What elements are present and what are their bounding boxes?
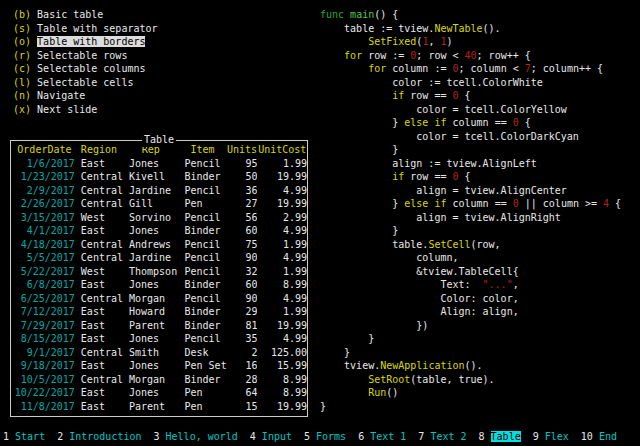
table-cell: 32 [227, 265, 258, 279]
table-row: 7/12/2017EastHowardBinder291.99 [14, 305, 307, 319]
menu-item-shortcut: (c) [13, 63, 31, 74]
orders-table: OrderDateRegionRepItemUnitsUnitCost 1/6/… [14, 143, 307, 413]
table-cell: Pencil [179, 292, 227, 306]
code-token: else [404, 198, 428, 209]
statusbar-item[interactable]: 8 Table [479, 431, 521, 442]
table-cell: Morgan [123, 292, 179, 306]
statusbar-item[interactable]: 3 Hello, world [153, 431, 237, 442]
code-line: align = tview.AlignCenter [320, 184, 621, 198]
statusbar-item[interactable]: 7 Text 2 [418, 431, 466, 442]
menu-item-label: Table with borders [37, 36, 145, 47]
table-cell: West [75, 265, 123, 279]
code-token: row == [404, 90, 452, 101]
table-cell: 36 [227, 184, 258, 198]
statusbar-item[interactable]: 6 Text 1 [358, 431, 406, 442]
statusbar-item[interactable]: 10 End [581, 431, 617, 442]
code-token: NewTable [434, 23, 482, 34]
code-line: SetFixed(1, 1) [320, 35, 621, 49]
table-cell: West [75, 211, 123, 225]
table-row: 4/18/2017CentralAndrewsPencil751.99 [14, 238, 307, 252]
statusbar-item[interactable]: 4 Input [250, 431, 292, 442]
code-token: column, [320, 252, 458, 263]
table-cell: East [75, 386, 123, 400]
table-cell: Pencil [179, 211, 227, 225]
table-cell: East [75, 278, 123, 292]
menu-item[interactable]: (s) Table with separator [13, 22, 158, 36]
statusbar-item-number: 6 [358, 431, 364, 442]
table-cell: Jones [123, 224, 179, 238]
code-line: Color: color, [320, 292, 621, 306]
code-token: } [320, 333, 374, 344]
table-cell: 27 [227, 197, 258, 211]
statusbar-item[interactable]: 9 Flex [533, 431, 569, 442]
menu-item[interactable]: (b) Basic table [13, 8, 158, 22]
code-line: color = tcell.ColorDarkCyan [320, 130, 621, 144]
menu-item[interactable]: (n) Navigate [13, 89, 158, 103]
code-token: || column >= [519, 198, 603, 209]
table-cell: 56 [227, 211, 258, 225]
code-line: } [320, 400, 621, 414]
table-cell: East [75, 359, 123, 373]
table-cell: Pencil [179, 332, 227, 346]
table-cell: 8.99 [257, 386, 307, 400]
table-cell: 60 [227, 278, 258, 292]
statusbar-item-number: 4 [250, 431, 256, 442]
table-cell: 75 [227, 238, 258, 252]
table-cell: 6/25/2017 [14, 292, 75, 306]
code-token: main [350, 9, 374, 20]
table-cell: 19.99 [257, 400, 307, 414]
code-line: } else if column == 0 { [320, 116, 621, 130]
code-token: if [392, 90, 404, 101]
table-cell: 4/18/2017 [14, 238, 75, 252]
table-cell: Sorvino [123, 211, 179, 225]
statusbar-item-number: 5 [304, 431, 310, 442]
code-token: { [459, 171, 471, 182]
statusbar-item[interactable]: 5 Forms [304, 431, 346, 442]
table-cell: 8.99 [257, 278, 307, 292]
statusbar-item-label: Flex [545, 431, 569, 442]
table-row: 2/26/2017CentralGillPen2719.99 [14, 197, 307, 211]
table-cell: 1/6/2017 [14, 157, 75, 171]
table-row: 1/6/2017EastJonesPencil951.99 [14, 157, 307, 171]
code-line: align = tview.AlignRight [320, 211, 621, 225]
table-row: 5/5/2017CentralJardinePencil904.99 [14, 251, 307, 265]
code-line: color := tcell.ColorWhite [320, 76, 621, 90]
table-cell: Gill [123, 197, 179, 211]
code-token: color := tcell.ColorWhite [320, 77, 543, 88]
table-panel: Table OrderDateRegionRepItemUnitsUnitCos… [10, 140, 308, 417]
code-token: for [344, 50, 362, 61]
table-cell: 90 [227, 292, 258, 306]
table-cell: 7/12/2017 [14, 305, 75, 319]
code-line: tview.NewApplication(). [320, 359, 621, 373]
table-cell: Parent [123, 319, 179, 333]
table-cell: Pencil [179, 238, 227, 252]
code-token [320, 63, 368, 74]
menu-item[interactable]: (r) Selectable rows [13, 49, 158, 63]
menu-item[interactable]: (o) Table with borders [13, 35, 158, 49]
code-token: } [320, 117, 404, 128]
table-cell: Binder [179, 170, 227, 184]
menu-item[interactable]: (c) Selectable columns [13, 62, 158, 76]
table-row: 10/22/2017EastJonesPen648.99 [14, 386, 307, 400]
menu-item[interactable]: (x) Next slide [13, 103, 158, 117]
menu-item[interactable]: (l) Selectable cells [13, 76, 158, 90]
statusbar-item[interactable]: 1 Start [3, 431, 45, 442]
statusbar-item[interactable]: 2 Introduction [57, 431, 141, 442]
table-cell: 2/9/2017 [14, 184, 75, 198]
table-cell: Parent [123, 400, 179, 414]
terminal-screen: (b) Basic table(s) Table with separator(… [0, 0, 640, 446]
code-token [320, 36, 368, 47]
table-cell: Pencil [179, 184, 227, 198]
table-row: 7/29/2017EastParentBinder8119.99 [14, 319, 307, 333]
code-token: table. [320, 239, 428, 250]
code-line: Align: align, [320, 305, 621, 319]
table-cell: 15.99 [257, 359, 307, 373]
table-cell: East [75, 224, 123, 238]
code-line: &tview.TableCell{ [320, 265, 621, 279]
code-line: table := tview.NewTable(). [320, 22, 621, 36]
code-token: Text: [320, 279, 483, 290]
code-token: &tview.TableCell{ [320, 266, 519, 277]
table-cell: 125.00 [257, 346, 307, 360]
table-panel-title: Table [142, 133, 176, 147]
code-token: Align: align, [320, 306, 519, 317]
